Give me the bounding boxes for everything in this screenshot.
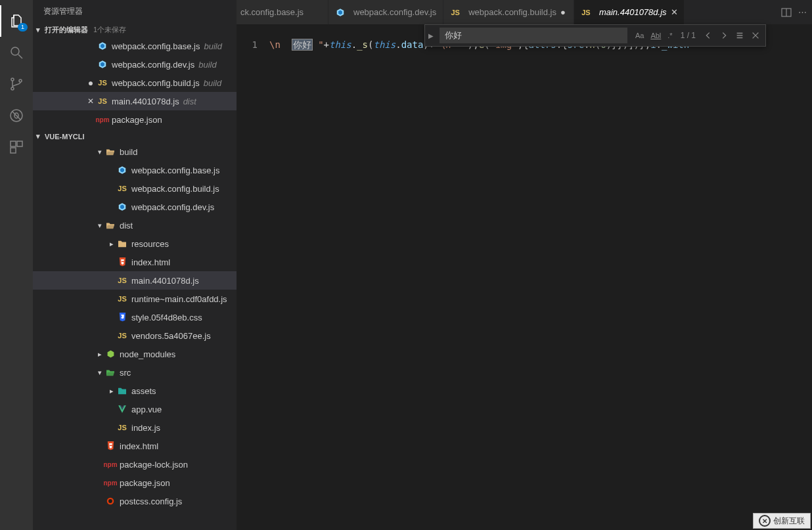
svg-point-10 (108, 499, 112, 503)
code-editor[interactable]: 1 \n 你好 "+this._s(this.data)+"\n "),e("i… (237, 24, 812, 530)
open-editor-item[interactable]: ✕JSmain.4401078d.jsdist (33, 92, 237, 110)
folder-icon (117, 238, 127, 249)
tree-label: webpack.config.build.js (131, 184, 219, 194)
editor-tab[interactable]: ck.config.base.js (237, 0, 328, 24)
tree-label: package.json (120, 478, 170, 488)
tree-label: build (120, 147, 137, 157)
webpack-icon (97, 59, 108, 70)
open-editor-item[interactable]: npmpackage.json (33, 110, 237, 129)
svg-rect-6 (11, 141, 16, 146)
svg-point-2 (11, 87, 14, 90)
tree-file[interactable]: index.html (33, 437, 237, 455)
activity-scm[interactable] (0, 68, 33, 100)
match-case-icon[interactable]: Aa (635, 32, 644, 39)
find-expand-toggle[interactable]: ▶ (425, 32, 437, 39)
html-icon (105, 441, 116, 451)
tab-label: main.4401078d.js (599, 7, 667, 17)
tree-label: node_modules (120, 349, 175, 359)
tree-file[interactable]: JSruntime~main.cdf0afdd.js (33, 290, 237, 308)
chevron-down-icon: ▾ (33, 132, 43, 141)
js-icon: JS (117, 422, 127, 433)
tree-file[interactable]: npmpackage-lock.json (33, 455, 237, 474)
tree-file[interactable]: JSindex.js (33, 418, 237, 437)
open-editors-header[interactable]: ▾ 打开的编辑器 1个未保存 (33, 23, 237, 37)
tree-folder[interactable]: ▾src (33, 363, 237, 382)
tree-file[interactable]: JSmain.4401078d.js (33, 271, 237, 290)
npm-icon: npm (97, 114, 108, 125)
find-next-icon[interactable] (719, 31, 729, 40)
tree-file[interactable]: webpack.config.base.js (33, 161, 237, 179)
open-editor-item[interactable]: webpack.config.dev.jsbuild (33, 55, 237, 74)
tree-folder[interactable]: ▸resources (33, 234, 237, 253)
code-line: \n 你好 "+this._s(this.data)+"\n "),e("img… (269, 37, 689, 530)
activity-explorer[interactable]: 1 (0, 5, 33, 37)
editor-tab[interactable]: JSmain.4401078d.js✕ (574, 0, 685, 24)
project-header[interactable]: ▾ VUE-MYCLI (33, 130, 237, 143)
tree-folder[interactable]: ▸node_modules (33, 345, 237, 363)
js-icon: JS (117, 183, 127, 194)
watermark: ✕ 创新互联 (753, 513, 811, 529)
open-editor-item[interactable]: webpack.config.base.jsbuild (33, 37, 237, 55)
activity-debug[interactable] (0, 100, 33, 131)
tree-label: assets (131, 386, 156, 396)
tree-file[interactable]: index.html (33, 253, 237, 271)
vue-icon (117, 404, 127, 414)
file-dir: build (204, 41, 221, 51)
html-icon (117, 257, 127, 267)
match-word-icon[interactable]: Abl (650, 32, 661, 39)
file-dir: build (204, 78, 221, 88)
chevron-down-icon: ▾ (95, 221, 105, 230)
tree-file[interactable]: app.vue (33, 400, 237, 418)
editor-tab[interactable]: JSwebpack.config.build.js● (443, 0, 574, 24)
tree-label: main.4401078d.js (131, 276, 199, 286)
explorer-badge: 1 (18, 23, 28, 32)
activity-extensions[interactable] (0, 131, 33, 163)
open-editor-item[interactable]: ●JSwebpack.config.build.jsbuild (33, 74, 237, 92)
tree-file[interactable]: npmpackage.json (33, 474, 237, 492)
search-icon (9, 45, 24, 60)
tree-file[interactable]: JSwebpack.config.build.js (33, 179, 237, 198)
tree-file[interactable]: postcss.config.js (33, 492, 237, 510)
tree-folder[interactable]: ▾dist (33, 216, 237, 234)
find-prev-icon[interactable] (704, 31, 713, 40)
watermark-text: 创新互联 (773, 516, 805, 527)
svg-point-1 (11, 78, 14, 81)
tree-label: style.05f4d8eb.css (131, 313, 202, 322)
file-dir: dist (183, 97, 196, 106)
tree-label: vendors.5a4067ee.js (131, 331, 211, 341)
js-icon: JS (450, 7, 461, 18)
folder-open-icon (105, 220, 116, 231)
find-input[interactable] (440, 28, 627, 43)
find-in-selection-icon[interactable] (735, 31, 744, 40)
tree-label: webpack.config.base.js (131, 166, 219, 175)
regex-icon[interactable]: .* (667, 32, 672, 39)
split-editor-icon[interactable] (781, 7, 792, 18)
close-icon[interactable]: ✕ (671, 7, 677, 17)
tree-label: index.html (131, 257, 170, 267)
tree-file[interactable]: JSvendors.5a4067ee.js (33, 326, 237, 345)
tree-folder[interactable]: ▾build (33, 143, 237, 161)
tree-file[interactable]: style.05f4d8eb.css (33, 308, 237, 326)
tree-file[interactable]: webpack.config.dev.js (33, 198, 237, 216)
tab-label: webpack.config.dev.js (353, 7, 436, 17)
editor-tab[interactable]: webpack.config.dev.js (328, 0, 443, 24)
chevron-down-icon: ▾ (95, 148, 105, 156)
file-label: main.4401078d.js (112, 97, 179, 106)
find-close-icon[interactable] (751, 31, 760, 40)
folder-assets-icon (117, 386, 127, 396)
more-icon[interactable]: ⋯ (798, 7, 807, 17)
file-label: webpack.config.base.js (112, 41, 200, 51)
tree-label: index.html (120, 441, 158, 451)
open-editors-list: webpack.config.base.jsbuildwebpack.confi… (33, 37, 237, 129)
js-icon: JS (97, 77, 108, 88)
dirty-indicator: ● (560, 7, 567, 17)
tree-folder[interactable]: ▸assets (33, 382, 237, 400)
js-icon: JS (581, 7, 591, 18)
svg-rect-7 (17, 141, 22, 146)
tab-label: webpack.config.build.js (468, 7, 556, 17)
watermark-logo-icon: ✕ (759, 515, 771, 527)
find-count: 1 / 1 (681, 31, 696, 40)
close-icon[interactable]: ✕ (84, 97, 97, 106)
activity-search[interactable] (0, 37, 33, 68)
extensions-icon (9, 139, 24, 155)
